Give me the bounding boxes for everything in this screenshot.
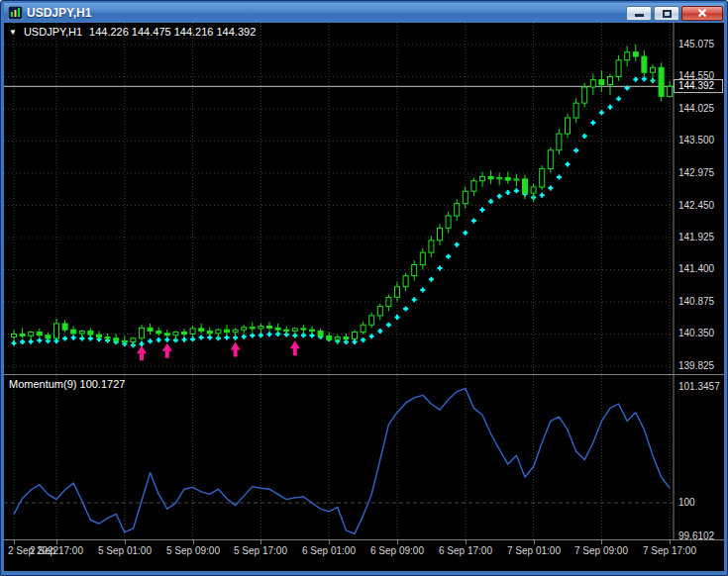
close-button[interactable] [681, 6, 723, 21]
time-axis-tick [601, 540, 602, 544]
price-scale[interactable]: 145.075144.550144.025143.500142.975142.4… [675, 23, 724, 374]
close-icon [696, 7, 708, 19]
time-axis-label: 5 Sep 09:00 [166, 545, 220, 556]
window-title: USDJPY,H1 [27, 6, 91, 20]
current-price-label: 144.392 [674, 79, 723, 93]
price-scale-label: 141.400 [678, 263, 714, 275]
momentum-max-label: 101.3457 [678, 381, 720, 393]
momentum-pane[interactable]: Momentum(9) 100.1727 101.3457 100 99.610… [4, 375, 724, 539]
time-axis-tick [260, 540, 261, 544]
time-axis-label: 5 Sep 17:00 [234, 545, 287, 556]
time-axis-tick [670, 540, 671, 544]
ohlc-info-line[interactable]: ▼ USDJPY,H1 144.226 144.475 144.216 144.… [9, 26, 256, 38]
price-chart-canvas[interactable] [4, 23, 724, 374]
candles [12, 45, 673, 346]
time-axis-tick [14, 540, 15, 544]
price-scale-label: 140.350 [678, 328, 714, 339]
restore-button[interactable] [654, 6, 679, 21]
price-scale-label: 140.875 [678, 296, 714, 308]
time-axis-tick [125, 540, 126, 544]
time-axis-label: 6 Sep 09:00 [370, 545, 424, 556]
quick-info-arrow-icon[interactable]: ▼ [9, 27, 17, 38]
buy-arrow-icon [137, 345, 147, 360]
time-axis-label: 6 Sep 17:00 [439, 545, 492, 556]
price-scale-label: 144.025 [678, 103, 714, 115]
title-bar[interactable]: USDJPY,H1 [4, 3, 724, 23]
momentum-canvas[interactable] [4, 375, 724, 539]
time-axis-tick [56, 540, 57, 544]
minimize-icon [635, 14, 644, 17]
time-axis-label: 7 Sep 09:00 [574, 545, 628, 556]
time-axis-label: 5 Sep 01:00 [98, 545, 152, 556]
price-scale-label: 141.925 [678, 232, 714, 243]
buy-arrow-icon [290, 340, 300, 355]
minimize-button[interactable] [626, 6, 652, 21]
time-axis-tick [193, 540, 194, 544]
time-axis-tick [397, 540, 398, 544]
chart-area: ▼ USDJPY,H1 144.226 144.475 144.216 144.… [4, 23, 724, 571]
momentum-label: Momentum(9) 100.1727 [9, 378, 125, 390]
price-scale-label: 145.075 [678, 39, 714, 50]
momentum-info-line: Momentum(9) 100.1727 [9, 378, 125, 390]
time-axis[interactable]: 2 Sep 20222 Sep 17:005 Sep 01:005 Sep 09… [4, 540, 724, 571]
time-axis-tick [534, 540, 535, 544]
info-symbol-period: USDJPY,H1 [24, 26, 82, 38]
time-axis-label: 7 Sep 01:00 [507, 545, 561, 556]
price-scale-label: 139.825 [678, 360, 714, 372]
time-axis-label: 2 Sep 17:00 [30, 545, 83, 556]
price-scale-label: 142.450 [678, 200, 714, 212]
buy-arrows [137, 340, 300, 360]
time-axis-label: 6 Sep 01:00 [302, 545, 356, 556]
info-ohlc-values: 144.226 144.475 144.216 144.392 [89, 26, 256, 38]
time-axis-label: 7 Sep 17:00 [643, 545, 696, 556]
time-axis-tick [466, 540, 467, 544]
momentum-level-label: 100 [678, 497, 695, 509]
price-chart-pane[interactable]: ▼ USDJPY,H1 144.226 144.475 144.216 144.… [4, 23, 724, 374]
price-scale-label: 143.500 [678, 135, 714, 146]
time-axis-tick [329, 540, 330, 544]
momentum-line [14, 388, 670, 533]
restore-icon [663, 10, 672, 18]
grid-main [4, 23, 674, 374]
chart-window: USDJPY,H1 ▼ USDJPY,H1 144.226 144.475 14… [0, 0, 728, 576]
buy-arrow-icon [231, 342, 241, 357]
current-price-value: 144.392 [678, 80, 714, 91]
chart-window-icon [8, 6, 23, 20]
window-controls [626, 6, 723, 21]
price-scale-label: 142.975 [678, 167, 714, 179]
grid-momentum [14, 375, 670, 539]
buy-arrow-icon [162, 343, 172, 358]
